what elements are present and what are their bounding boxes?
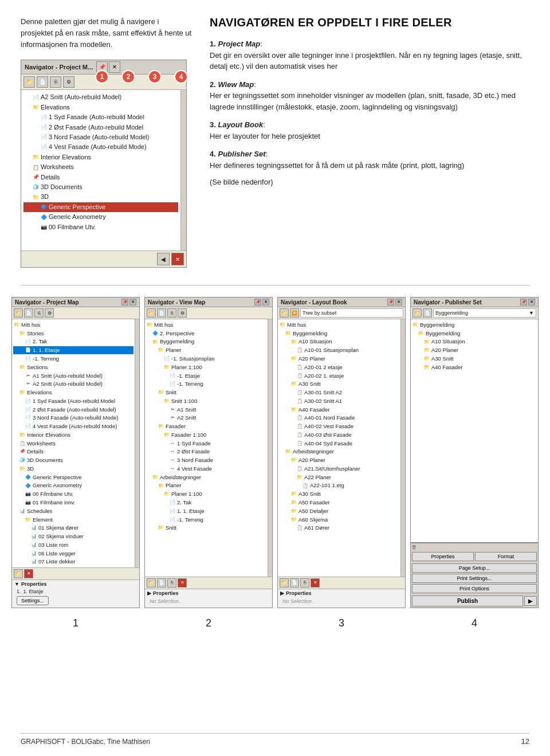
p2-4vest[interactable]: ↔4 Vest Fasade [146, 464, 266, 473]
p1-tak[interactable]: 📄2. Tak [13, 338, 133, 346]
tree-item-details[interactable]: 📌 Details [23, 173, 178, 182]
p3-a21[interactable]: 📋A21.Sit/Utomhusplaner [279, 464, 399, 473]
panel4-publish-btn[interactable]: Publish [412, 596, 523, 606]
panel4-publish-arrow-btn[interactable]: ▶ [524, 596, 537, 606]
tree-item-interior[interactable]: 📁 Interior Elevations [23, 152, 178, 162]
panel3-footer-btn4[interactable]: ✕ [311, 578, 320, 587]
p3-a3001[interactable]: 📋A30-01 Snitt A2 [279, 389, 399, 397]
p2-2ost[interactable]: ↔2 Øst Fasade [146, 448, 266, 456]
p4-a10[interactable]: 📁A10 Situasjon [412, 338, 537, 346]
panel4-dropdown[interactable]: Byggemelding ▼ [433, 308, 536, 318]
panel1-copy-btn[interactable]: ⎘ [34, 308, 44, 318]
p1-genaxon[interactable]: 🔷Generic Axonometry [13, 481, 133, 490]
panel4-properties-btn[interactable]: Properties [412, 552, 474, 561]
nav-new-btn[interactable]: 📄 [37, 76, 48, 88]
panel3-footer-btn2[interactable]: 📄 [290, 578, 299, 587]
panel1-footer-btn2[interactable]: ✕ [24, 569, 33, 578]
tree-item-perspective[interactable]: 🔷 Generic Perspective [23, 202, 178, 212]
p1-filmbane00[interactable]: 📷00 Filmbane Utv. [13, 490, 133, 499]
panel4-print-settings-btn[interactable]: Print Settings... [412, 574, 537, 583]
p1-elevations[interactable]: 📁Elevations [13, 389, 133, 397]
p3-a22[interactable]: 📁A22 Planer [279, 473, 399, 481]
p3-a40[interactable]: 📁A40 Fasader [279, 405, 399, 414]
tree-item-filmbane[interactable]: 📷 00 Filmbane Utv. [23, 222, 178, 232]
p3-a2001[interactable]: 📋A20-01 2 etasje [279, 363, 399, 371]
p4-a20[interactable]: 📁A20 Planer [412, 346, 537, 355]
panel4-folder-btn[interactable]: 📁 [412, 308, 422, 318]
p3-a20[interactable]: 📁A20 Planer [279, 354, 399, 363]
panel4-close-btn[interactable]: ✕ [528, 299, 535, 305]
p3-a4001[interactable]: 📋A40-01 Nord Fasade [279, 414, 399, 422]
footer-next-btn[interactable]: ✕ [171, 253, 184, 265]
scrollbar[interactable] [180, 90, 186, 250]
p3-a60[interactable]: 📁A60 Skjema [279, 515, 399, 524]
panel4-new-btn[interactable]: 📄 [423, 308, 432, 318]
panel2-new-btn[interactable]: 📄 [157, 308, 166, 318]
p3-a50[interactable]: 📁A50 Fasader [279, 499, 399, 507]
p1-terreng[interactable]: 📄-1. Terreng [13, 354, 133, 363]
p3-a61[interactable]: 📋A61 Dører [279, 524, 399, 532]
panel1-footer-btn1[interactable]: 📁 [14, 569, 23, 578]
p3-a10[interactable]: 📁A10 Situasjon [279, 338, 399, 346]
panel3-scrollbar[interactable] [400, 319, 405, 576]
p2-planer100b[interactable]: 📁Planer 1:100 [146, 490, 266, 499]
panel2-copy-btn[interactable]: ⎘ [167, 308, 176, 318]
p3-a22101[interactable]: 📋A22-101 1.etg [279, 481, 399, 490]
p1-listevegger[interactable]: 📊06 Liste vegger [13, 549, 133, 558]
p1-a2snitt[interactable]: ✂A2 Snitt (Auto-rebuild Model) [13, 380, 133, 389]
p2-3nord[interactable]: ↔3 Nord Fasade [146, 456, 266, 465]
p2-1syd[interactable]: ↔1 Syd Fasade [146, 439, 266, 448]
p2-fasader100[interactable]: 📁Fasader 1:100 [146, 430, 266, 439]
tree-item-nord[interactable]: 📄 3 Nord Fasade (Auto-rebuild Model) [23, 132, 178, 142]
p1-3ddocs[interactable]: 🧊3D Documents [13, 456, 133, 465]
p2-a1snitt[interactable]: ✂A1 Snitt [146, 405, 266, 414]
panel3-filter-dropdown[interactable]: Tree by subset [300, 308, 403, 318]
footer-prev-btn[interactable]: ◀ [157, 253, 170, 265]
p1-listerom[interactable]: 📊03 Liste rom [13, 540, 133, 549]
panel3-subset-btn[interactable]: 🔽 [290, 308, 299, 318]
p1-2ost[interactable]: 📄2 Øst Fasade (Auto-rebuild Model) [13, 405, 133, 414]
p2-byggemelding[interactable]: 📁Byggemelding [146, 338, 266, 346]
p4-a40[interactable]: 📁A40 Fasader [412, 363, 537, 371]
p3-mitthus[interactable]: 📁Mitt hus [279, 320, 399, 329]
p2-perspective[interactable]: 🔷2. Perspective [146, 329, 266, 338]
tree-item-3d[interactable]: 📁 3D [23, 192, 178, 202]
panel3-props-header[interactable]: ▶ Properties [280, 590, 403, 596]
panel3-close-btn[interactable]: ✕ [395, 299, 402, 305]
p2-snitt2[interactable]: 📁Snitt [146, 524, 266, 532]
p3-a1001[interactable]: 📋A10-01 Situasjonsplan [279, 346, 399, 355]
panel4-resize-bar[interactable]: ⠿ [412, 545, 537, 551]
p1-filmbane01[interactable]: 📷01 Filmbane innv. [13, 499, 133, 507]
tree-item-ost[interactable]: 📄 2 Øst Fasade (Auto-rebuild Model [23, 123, 178, 132]
p1-worksheets[interactable]: 📋Worksheets [13, 439, 133, 448]
p1-1syd[interactable]: 📄1 Syd Fasade (Auto-rebuild Model [13, 397, 133, 405]
p2-snitt100[interactable]: 📁Snitt 1:100 [146, 397, 266, 405]
p3-a4003[interactable]: 📋A40-03 Øst Fasade [279, 430, 399, 439]
panel1-new-btn[interactable]: 📄 [24, 308, 33, 318]
p1-details[interactable]: 📌Details [13, 448, 133, 456]
p2-snitt[interactable]: 📁Snitt [146, 389, 266, 397]
p2-mitthus[interactable]: 📁Mitt hus [146, 320, 266, 329]
nav-pin-btn[interactable]: 📌 [96, 61, 108, 73]
nav-folder-btn[interactable]: 📁 [23, 76, 35, 88]
p2-a2snitt[interactable]: ✂A2 Snitt [146, 414, 266, 422]
p3-arbeid[interactable]: 📁Arbeidstegninger [279, 448, 399, 456]
p3-byggemelding[interactable]: 📁Byggemelding [279, 329, 399, 338]
p2-terreng2[interactable]: 📄-1. Terreng [146, 515, 266, 524]
p2-situasjon[interactable]: 📄-1. Situasjonsplan [146, 354, 266, 363]
p2-etasje2[interactable]: 📄1. 1. Etasje [146, 507, 266, 515]
p3-a50d[interactable]: 📁A50 Detaljer [279, 507, 399, 515]
p1-skjemad[interactable]: 📊01 Skjema dører [13, 524, 133, 532]
tree-item-axonometry[interactable]: 🔷 Generic Axonometry [23, 212, 178, 222]
panel2-folder-btn[interactable]: 📁 [147, 308, 156, 318]
panel2-settings-btn[interactable]: ⚙ [178, 308, 187, 318]
panel1-close-btn[interactable]: ✕ [129, 299, 136, 305]
p1-skjemav[interactable]: 📊02 Skjema vinduer [13, 532, 133, 541]
panel4-format-btn[interactable]: Format [475, 552, 537, 561]
p2-tak[interactable]: 📄2. Tak [146, 499, 266, 507]
tree-item-worksheets[interactable]: 📋 Worksheets [23, 162, 178, 172]
p4-a30[interactable]: 📁A30 Snitt [412, 354, 537, 363]
panel1-settings-btn[interactable]: ⚙ [45, 308, 54, 318]
panel2-scrollbar[interactable] [268, 319, 272, 576]
p3-a4004[interactable]: 📋A40-04 Syd Fasade [279, 439, 399, 448]
